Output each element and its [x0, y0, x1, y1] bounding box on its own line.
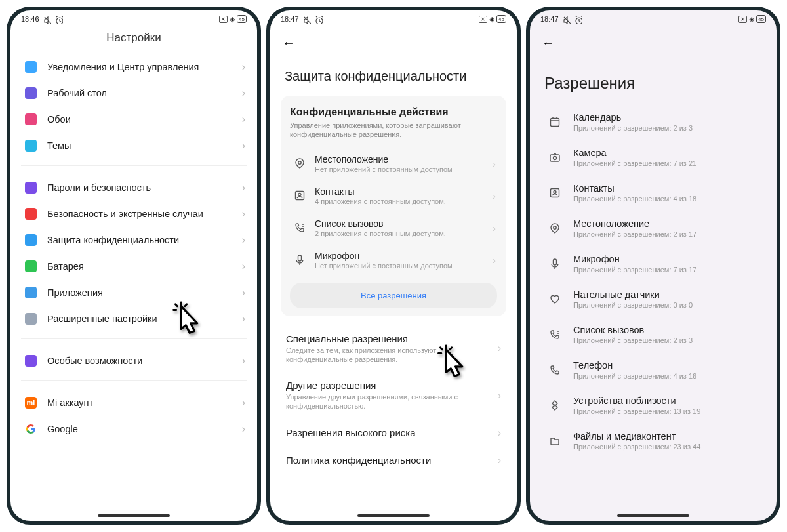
settings-row[interactable]: Рабочий стол ›: [17, 80, 251, 106]
chevron-right-icon: ›: [498, 342, 501, 354]
row-icon: [21, 208, 41, 220]
permission-subtitle: Приложений с разрешением: 4 из 16: [573, 372, 761, 380]
chevron-right-icon: ›: [242, 355, 245, 367]
settings-row[interactable]: Google ›: [17, 416, 251, 442]
section-title: Другие разрешения: [286, 380, 498, 391]
wifi-icon: ◈: [749, 15, 754, 24]
section-title: Специальные разрешения: [286, 333, 498, 344]
permission-title: Список вызовов: [573, 325, 761, 335]
status-bar: 18:47 ✕ ◈ 45: [270, 10, 517, 28]
permission-title: Файлы и медиаконтент: [573, 431, 761, 441]
row-label: Обои: [47, 114, 242, 125]
permission-row[interactable]: Микрофон Приложений с разрешением: 7 из …: [536, 246, 770, 281]
mic-icon: [291, 254, 308, 266]
section-row[interactable]: Специальные разрешения Следите за тем, к…: [277, 325, 510, 373]
phone-icon: [546, 364, 564, 376]
section-row[interactable]: Другие разрешения Управление другими раз…: [277, 372, 510, 419]
chevron-right-icon: ›: [242, 287, 245, 298]
page-title: Разрешения: [530, 64, 777, 104]
permission-row[interactable]: Календарь Приложений с разрешением: 2 из…: [536, 104, 770, 140]
calendar-icon: [546, 116, 564, 128]
row-icon: [21, 423, 41, 435]
permission-row[interactable]: Телефон Приложений с разрешением: 4 из 1…: [536, 352, 770, 388]
row-label: Google: [47, 424, 242, 434]
settings-row[interactable]: Батарея ›: [17, 253, 251, 279]
contacts-icon: [291, 190, 308, 201]
section-title: Разрешения высокого риска: [286, 427, 498, 438]
row-label: Уведомления и Центр управления: [47, 62, 242, 72]
permission-row[interactable]: Местоположение Приложений с разрешением:…: [536, 211, 770, 246]
mute-icon: [561, 14, 571, 24]
settings-row[interactable]: Пароли и безопасность ›: [17, 174, 251, 201]
chevron-right-icon: ›: [493, 190, 496, 201]
row-icon: [21, 182, 41, 194]
permission-subtitle: Приложений с разрешением: 2 из 17: [573, 230, 761, 238]
settings-row[interactable]: Приложения ›: [17, 279, 251, 306]
row-label: Mi аккаунт: [47, 398, 242, 408]
status-time: 18:47: [540, 15, 559, 23]
chevron-right-icon: ›: [242, 260, 245, 272]
permission-row[interactable]: Устройства поблизости Приложений с разре…: [536, 388, 770, 423]
row-icon: mi: [21, 397, 41, 409]
privacy-content[interactable]: Конфиденциальные действия Управление при…: [270, 93, 517, 521]
permission-title: Микрофон: [573, 254, 761, 264]
row-subtitle: 2 приложения с постоянным доступом.: [315, 230, 493, 237]
settings-list[interactable]: Уведомления и Центр управления › Рабочий…: [10, 54, 257, 521]
chevron-right-icon: ›: [242, 208, 245, 220]
privacy-item-row[interactable]: Местоположение Нет приложений с постоянн…: [290, 148, 497, 180]
section-subtitle: Управление другими разрешениями, связанн…: [286, 392, 498, 411]
section-title: Политика конфиденциальности: [286, 455, 498, 466]
settings-row[interactable]: mi Mi аккаунт ›: [17, 390, 251, 416]
chevron-right-icon: ›: [242, 113, 245, 125]
settings-row[interactable]: Особые возможности ›: [17, 348, 251, 374]
privacy-item-row[interactable]: Список вызовов 2 приложения с постоянным…: [290, 212, 497, 244]
privacy-item-row[interactable]: Контакты 4 приложения с постоянным досту…: [290, 180, 497, 212]
phone-frame-privacy: 18:47 ✕ ◈ 45 ← Защита конфиденциальности…: [266, 7, 521, 525]
back-button[interactable]: ←: [282, 33, 295, 53]
section-row[interactable]: Политика конфиденциальности ›: [277, 447, 510, 474]
privacy-item-row[interactable]: Микрофон Нет приложений с постоянным дос…: [290, 244, 497, 276]
mic-icon: [546, 258, 564, 270]
status-time: 18:47: [281, 15, 299, 23]
all-permissions-button[interactable]: Все разрешения: [290, 283, 497, 308]
calllist-icon: [546, 329, 564, 340]
mute-icon: [42, 14, 51, 24]
contacts-icon: [546, 187, 564, 199]
alarm-icon: [313, 14, 323, 24]
section-row[interactable]: Разрешения высокого риска ›: [277, 419, 510, 447]
permission-title: Нательные датчики: [573, 289, 761, 300]
row-label: Рабочий стол: [47, 88, 242, 98]
permission-row[interactable]: Список вызовов Приложений с разрешением:…: [536, 317, 770, 352]
row-label: Пароли и безопасность: [47, 182, 242, 193]
row-subtitle: 4 приложения с постоянным доступом.: [315, 197, 493, 205]
battery-icon: 45: [756, 15, 766, 23]
permission-subtitle: Приложений с разрешением: 7 из 17: [573, 266, 761, 274]
row-subtitle: Нет приложений с постоянным доступом: [315, 165, 493, 173]
settings-row[interactable]: Темы ›: [17, 133, 251, 159]
settings-row[interactable]: Уведомления и Центр управления ›: [17, 54, 251, 80]
row-subtitle: Нет приложений с постоянным доступом: [315, 262, 493, 270]
settings-row[interactable]: Безопасность и экстренные случаи ›: [17, 201, 251, 227]
row-icon: [21, 140, 41, 152]
alarm-icon: [54, 14, 63, 24]
row-icon: [21, 287, 41, 298]
settings-row[interactable]: Обои ›: [17, 106, 251, 133]
permission-title: Календарь: [573, 112, 761, 123]
chevron-right-icon: ›: [242, 234, 245, 246]
permission-row[interactable]: Нательные датчики Приложений с разрешени…: [536, 281, 770, 317]
permission-subtitle: Приложений с разрешением: 7 из 21: [573, 159, 761, 167]
settings-row[interactable]: Защита конфиденциальности ›: [17, 227, 251, 253]
chevron-right-icon: ›: [498, 427, 501, 439]
settings-row[interactable]: Расширенные настройки ›: [17, 306, 251, 332]
permission-title: Камера: [573, 148, 761, 158]
status-time: 18:46: [21, 15, 39, 23]
back-button[interactable]: ←: [542, 33, 555, 53]
permission-row[interactable]: Файлы и медиаконтент Приложений с разреш…: [536, 423, 770, 459]
permissions-list[interactable]: Календарь Приложений с разрешением: 2 из…: [530, 104, 777, 521]
chevron-right-icon: ›: [242, 182, 245, 194]
permission-row[interactable]: Контакты Приложений с разрешением: 4 из …: [536, 175, 770, 211]
chevron-right-icon: ›: [493, 158, 496, 169]
card-icon: ✕: [479, 16, 487, 23]
permission-title: Местоположение: [573, 218, 761, 229]
permission-row[interactable]: Камера Приложений с разрешением: 7 из 21: [536, 140, 770, 175]
